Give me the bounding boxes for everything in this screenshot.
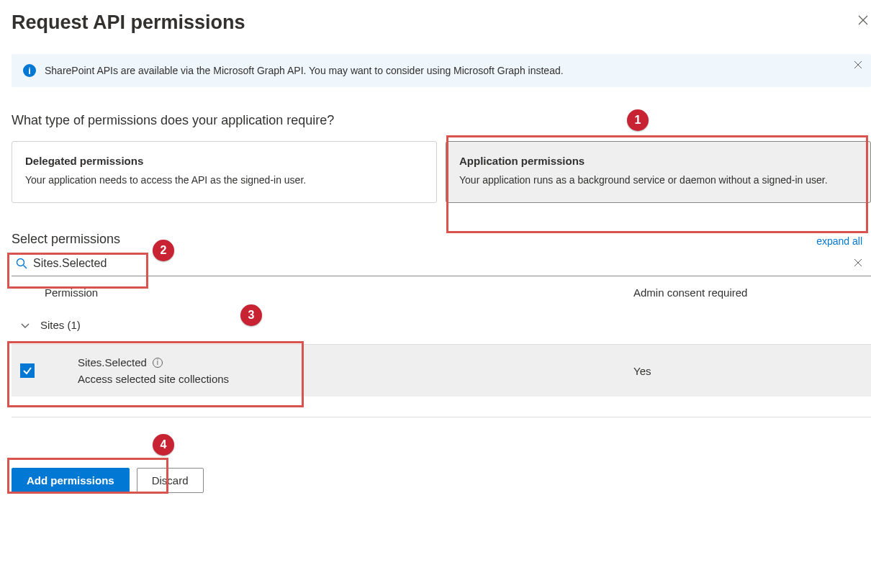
dismiss-banner-icon[interactable] [854, 60, 862, 71]
search-icon [16, 258, 27, 269]
column-permission: Permission [45, 286, 633, 299]
select-permissions-heading: Select permissions [12, 232, 120, 247]
delegated-permissions-card[interactable]: Delegated permissions Your application n… [12, 141, 437, 203]
annotation-callout-3: 3 [240, 304, 262, 326]
permission-item-name-row: Sites.Selected i [78, 356, 633, 368]
close-panel-icon[interactable] [858, 12, 871, 27]
permission-checkbox[interactable] [20, 363, 35, 378]
action-bar: Add permissions Discard [12, 417, 871, 493]
permission-item-content: Sites.Selected i Access selected site co… [78, 356, 633, 385]
annotation-callout-2: 2 [153, 240, 174, 261]
application-desc: Your application runs as a background se… [459, 173, 857, 188]
expand-all-link[interactable]: expand all [816, 235, 862, 247]
info-icon: i [23, 64, 36, 77]
clear-search-icon[interactable] [854, 258, 862, 269]
permission-group-sites[interactable]: Sites (1) [12, 309, 871, 344]
search-row [12, 251, 871, 276]
permission-item-admin: Yes [633, 365, 871, 377]
panel-header: Request API permissions [12, 12, 871, 34]
svg-point-0 [17, 259, 24, 266]
permission-type-question: What type of permissions does your appli… [12, 113, 871, 128]
svg-line-1 [24, 266, 27, 269]
group-label: Sites (1) [40, 319, 81, 331]
page-title: Request API permissions [12, 12, 245, 34]
delegated-title: Delegated permissions [25, 155, 423, 167]
add-permissions-button[interactable]: Add permissions [12, 468, 130, 493]
application-title: Application permissions [459, 155, 857, 167]
annotation-callout-1: 1 [627, 109, 649, 131]
annotation-callout-4: 4 [153, 434, 174, 456]
delegated-desc: Your application needs to access the API… [25, 173, 423, 188]
column-admin-consent: Admin consent required [633, 286, 871, 299]
permission-item-name: Sites.Selected [78, 356, 147, 368]
info-banner-text: SharePoint APIs are available via the Mi… [45, 65, 564, 76]
info-banner: i SharePoint APIs are available via the … [12, 54, 871, 87]
permission-item-desc: Access selected site collections [78, 373, 633, 385]
application-permissions-card[interactable]: Application permissions Your application… [446, 141, 871, 203]
select-permissions-header: Select permissions expand all [12, 232, 871, 247]
info-circle-icon[interactable]: i [153, 358, 163, 368]
chevron-down-icon [20, 320, 30, 330]
permission-type-row: Delegated permissions Your application n… [12, 141, 871, 203]
permission-item-row: Sites.Selected i Access selected site co… [12, 344, 871, 397]
permissions-table-header: Permission Admin consent required [12, 276, 871, 309]
discard-button[interactable]: Discard [137, 468, 204, 493]
